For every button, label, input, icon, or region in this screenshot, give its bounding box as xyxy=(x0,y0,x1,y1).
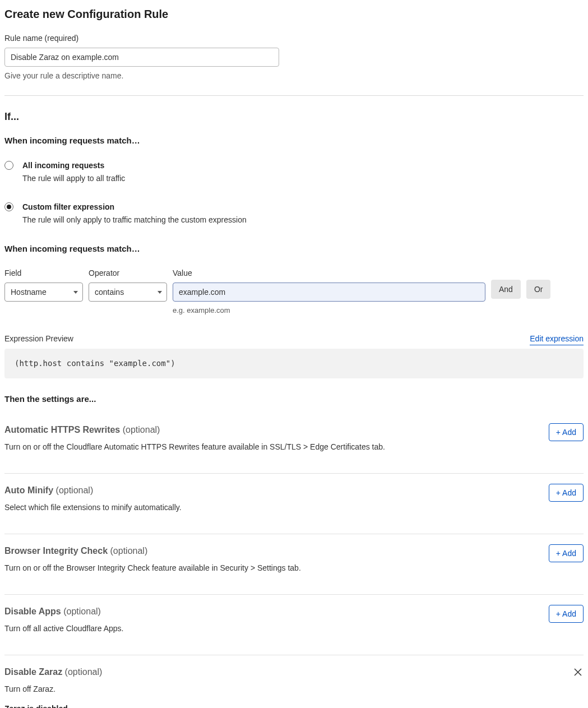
match-heading: When incoming requests match… xyxy=(4,135,584,147)
setting-title: Browser Integrity Check xyxy=(4,546,108,556)
setting-desc: Turn on or off the Cloudflare Automatic … xyxy=(4,441,385,453)
field-label: Field xyxy=(4,267,83,279)
radio-desc: The rule will apply to all traffic xyxy=(22,173,125,184)
divider xyxy=(4,95,584,96)
close-icon[interactable] xyxy=(572,667,584,678)
add-button[interactable]: + Add xyxy=(549,605,584,623)
rule-name-input[interactable] xyxy=(4,48,279,67)
setting-browser-integrity-check: Browser Integrity Check (optional) Turn … xyxy=(4,534,584,595)
setting-title: Disable Zaraz xyxy=(4,667,62,677)
radio-title: All incoming requests xyxy=(22,160,125,172)
operator-select[interactable]: contains xyxy=(89,283,167,302)
setting-title: Automatic HTTPS Rewrites xyxy=(4,425,120,434)
builder-heading: When incoming requests match… xyxy=(4,243,584,256)
rule-name-hint: Give your rule a descriptive name. xyxy=(4,70,584,82)
or-button[interactable]: Or xyxy=(526,280,551,299)
chevron-down-icon xyxy=(158,291,162,294)
field-value: Hostname xyxy=(11,286,47,298)
radio-desc: The rule will only apply to traffic matc… xyxy=(22,214,247,226)
add-button[interactable]: + Add xyxy=(549,423,584,441)
value-input[interactable] xyxy=(173,283,485,302)
add-button[interactable]: + Add xyxy=(549,544,584,562)
page-title: Create new Configuration Rule xyxy=(4,6,584,22)
optional-label: (optional) xyxy=(123,425,160,434)
setting-disable-apps: Disable Apps (optional) Turn off all act… xyxy=(4,595,584,655)
radio-title: Custom filter expression xyxy=(22,201,247,213)
value-label: Value xyxy=(173,267,485,279)
operator-value: contains xyxy=(95,286,124,298)
setting-auto-minify: Auto Minify (optional) Select which file… xyxy=(4,474,584,534)
optional-label: (optional) xyxy=(63,607,101,616)
setting-status: Zaraz is disabled xyxy=(4,703,102,708)
chevron-down-icon xyxy=(73,291,78,294)
field-select[interactable]: Hostname xyxy=(4,283,83,302)
value-hint: e.g. example.com xyxy=(173,305,485,316)
radio-icon xyxy=(4,202,13,211)
setting-desc: Turn off all active Cloudflare Apps. xyxy=(4,623,123,635)
add-button[interactable]: + Add xyxy=(549,484,584,502)
operator-label: Operator xyxy=(89,267,167,279)
edit-expression-link[interactable]: Edit expression xyxy=(530,333,584,345)
setting-automatic-https-rewrites: Automatic HTTPS Rewrites (optional) Turn… xyxy=(4,413,584,474)
setting-disable-zaraz: Disable Zaraz (optional) Turn off Zaraz.… xyxy=(4,655,584,708)
setting-desc: Turn on or off the Browser Integrity Che… xyxy=(4,562,301,574)
expression-preview-code: (http.host contains "example.com") xyxy=(4,349,584,378)
optional-label: (optional) xyxy=(56,485,94,495)
if-heading: If... xyxy=(4,109,584,124)
setting-desc: Select which file extensions to minify a… xyxy=(4,502,182,513)
optional-label: (optional) xyxy=(65,667,103,677)
preview-label: Expression Preview xyxy=(4,333,73,345)
radio-option-all[interactable]: All incoming requests The rule will appl… xyxy=(4,160,584,184)
rule-name-label: Rule name (required) xyxy=(4,33,584,44)
radio-icon xyxy=(4,161,13,170)
setting-title: Auto Minify xyxy=(4,485,53,495)
and-button[interactable]: And xyxy=(491,280,521,299)
then-heading: Then the settings are... xyxy=(4,393,584,406)
setting-desc: Turn off Zaraz. xyxy=(4,683,102,695)
optional-label: (optional) xyxy=(110,546,148,556)
radio-option-custom[interactable]: Custom filter expression The rule will o… xyxy=(4,201,584,226)
setting-title: Disable Apps xyxy=(4,607,61,616)
